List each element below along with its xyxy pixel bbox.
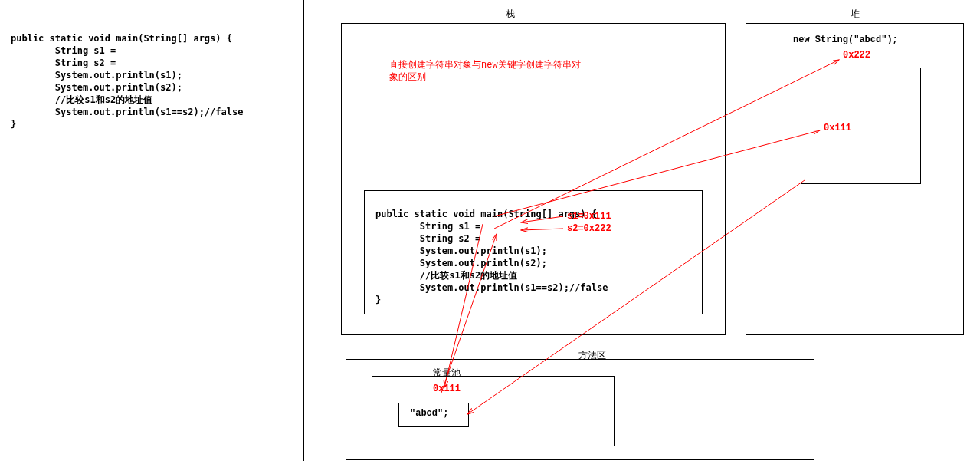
diagram-root: public static void main(String[] args) {… [0,0,980,461]
arrow-pool-to-code [441,234,497,393]
arrow-s1-to-code [521,216,563,222]
arrow-heap-to-pool [467,180,805,414]
arrow-s2-to-code [521,229,563,230]
arrow-s1-to-pool [444,224,483,387]
arrow-s2-to-heap [494,60,839,229]
arrows-layer [0,0,980,461]
